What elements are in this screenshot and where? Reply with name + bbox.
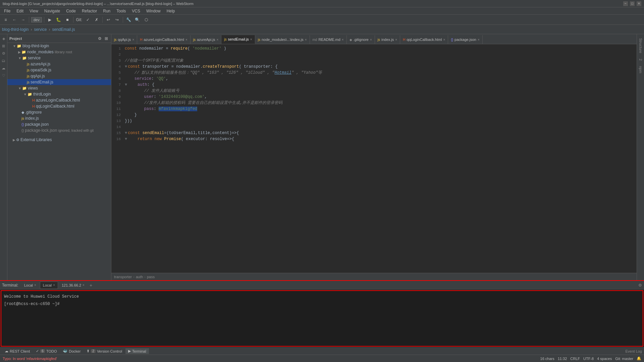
menu-refactor[interactable]: Refactor <box>79 8 100 14</box>
tab-close-nodemodules-index[interactable]: × <box>305 38 307 42</box>
terminal-tab-local2[interactable]: Local × <box>40 282 58 289</box>
tree-item-package-lock[interactable]: ▶ {} package-lock.json ignored, tracked … <box>7 127 111 133</box>
terminal-tab-close-local2[interactable]: × <box>53 283 55 287</box>
vtool-btn-4[interactable]: 🗂 <box>1 58 7 64</box>
tree-item-package[interactable]: ▶ {} package.json <box>7 121 111 127</box>
tab-index[interactable]: js index.js × <box>375 35 400 44</box>
tab-close-package[interactable]: × <box>478 38 480 42</box>
vtool-btn-5[interactable]: ☁ <box>1 65 7 71</box>
toolbar-stop-btn[interactable]: ■ <box>64 16 71 23</box>
nav-service[interactable]: service <box>34 27 47 32</box>
vtool-btn-2[interactable]: ⊞ <box>1 43 7 49</box>
toolbar-forward-btn[interactable]: → <box>19 16 27 23</box>
bottom-tool-todo[interactable]: ✓ 6 TODO <box>33 348 59 354</box>
vtool-btn-1[interactable]: ◈ <box>1 36 7 42</box>
tree-item-root[interactable]: ▼ 📁 blog-third-login <box>7 43 111 49</box>
status-notifications[interactable]: 🔔 <box>637 356 641 361</box>
terminal-add-tab-btn[interactable]: + <box>90 283 92 288</box>
status-git[interactable]: Git: master <box>615 357 633 361</box>
status-encoding[interactable]: UTF-8 <box>583 357 594 361</box>
menu-file[interactable]: File <box>1 8 13 14</box>
toolbar-run-btn[interactable]: ▶ <box>46 16 54 23</box>
terminal-tab-close-local1[interactable]: × <box>34 283 36 287</box>
toolbar-x-btn[interactable]: ✗ <box>93 16 100 23</box>
tree-item-thirdLogin[interactable]: ▼ 📁 thirdLogin <box>7 91 111 97</box>
typo-warning[interactable]: Typo: In word 'mfavinkmapkigfed' <box>3 357 57 361</box>
tab-gitignore[interactable]: ◆ .gitignore × <box>347 35 375 44</box>
tree-item-sendEmail[interactable]: ▶ js sendEmail.js <box>7 79 111 85</box>
tree-item-azureLoginCallback[interactable]: ▶ H azureLoginCallback.html <box>7 97 111 103</box>
code-editor[interactable]: 1 const nodemailer = require( 'nodemaile… <box>111 44 637 273</box>
toolbar-project-btn[interactable]: ≡ <box>2 16 9 23</box>
right-panel-npm[interactable]: npm <box>638 63 643 76</box>
bottom-tool-docker[interactable]: 🐳 Docker <box>60 348 83 354</box>
toolbar-redo-btn[interactable]: ↪ <box>113 16 121 23</box>
nav-file[interactable]: sendEmail.js <box>52 27 75 32</box>
bottom-tool-terminal[interactable]: ▶ Terminal <box>125 348 149 354</box>
toolbar-wrench-btn[interactable]: 🔧 <box>125 16 132 23</box>
menu-run[interactable]: Run <box>100 8 113 14</box>
tab-azureapi[interactable]: js azureApi.js × <box>191 35 222 44</box>
vtool-btn-3[interactable]: ⚙ <box>1 50 7 56</box>
event-log-btn[interactable]: Event Log <box>625 349 642 353</box>
tab-azurelogincallback[interactable]: H azureLoginCallback.html × <box>137 35 191 44</box>
breadcrumb-auth[interactable]: auth <box>136 275 143 279</box>
tab-close-sendemail[interactable]: × <box>250 38 252 41</box>
toolbar-debug-btn[interactable]: 🐛 <box>55 16 62 23</box>
toolbar-git-btn[interactable]: Git: <box>75 16 83 23</box>
menu-window[interactable]: Window <box>144 8 163 14</box>
breadcrumb-pass[interactable]: pass <box>147 275 155 279</box>
menu-edit[interactable]: Edit <box>14 8 26 14</box>
menu-help[interactable]: Help <box>164 8 178 14</box>
menu-navigate[interactable]: Navigate <box>42 8 63 14</box>
vtool-btn-6[interactable]: ♡ <box>1 72 7 78</box>
terminal-settings-btn[interactable]: ⚙ <box>638 283 642 288</box>
toolbar-external-btn[interactable]: ⬡ <box>143 16 150 23</box>
tab-close-qqlogincallback[interactable]: × <box>443 38 445 42</box>
tree-item-azureApi[interactable]: ▶ js azureApi.js <box>7 61 111 67</box>
tree-item-views[interactable]: ▼ 📁 views <box>7 85 111 91</box>
tree-item-opeaiSdk[interactable]: ▶ js opeaiSdk.js <box>7 67 111 73</box>
tab-package[interactable]: {} package.json × <box>448 35 482 44</box>
sidebar-settings-btn[interactable]: ⚙ <box>97 36 102 41</box>
tab-qqapi[interactable]: js qqApi.js × <box>111 35 137 44</box>
menu-vcs[interactable]: VCS <box>129 8 143 14</box>
tree-item-node-modules[interactable]: ▶ 📁 node_modules library root <box>7 49 111 55</box>
right-panel-2[interactable]: 2 <box>638 56 643 63</box>
tab-close-qqapi[interactable]: × <box>132 38 134 42</box>
terminal-content[interactable]: Welcome to Huawei Cloud Service [root@hc… <box>1 290 643 347</box>
tab-nodemodules-index[interactable]: js node_modules\...\index.js × <box>255 35 310 44</box>
tree-item-qqLoginCallback[interactable]: ▶ H qqLoginCallback.html <box>7 103 111 109</box>
right-panel-structure[interactable]: Structure <box>638 36 643 56</box>
tab-qqlogincallback[interactable]: H qqLoginCallback.html × <box>400 35 448 44</box>
toolbar-undo-btn[interactable]: ↩ <box>105 16 112 23</box>
tree-item-service[interactable]: ▼ 📁 service <box>7 55 111 61</box>
tab-readme[interactable]: md README.md × <box>310 35 347 44</box>
terminal-tab-local1[interactable]: Local × <box>21 282 39 289</box>
sidebar-layout-btn[interactable]: ⊞ <box>104 36 109 41</box>
tab-close-azurelogincallback[interactable]: × <box>185 38 187 42</box>
status-line-ending[interactable]: CRLF <box>570 357 580 361</box>
nav-project[interactable]: blog-third-login <box>2 27 29 32</box>
breadcrumb-transporter[interactable]: transporter <box>114 275 132 279</box>
terminal-tab-remote[interactable]: 121.36.66.2 × <box>59 282 88 289</box>
minimize-button[interactable]: − <box>623 1 628 6</box>
tab-sendemail[interactable]: js sendEmail.js × <box>221 35 255 44</box>
tab-close-azureapi[interactable]: × <box>216 38 218 42</box>
tree-item-gitignore[interactable]: ▶ ◆ .gitignore <box>7 109 111 115</box>
toolbar-check-btn[interactable]: ✓ <box>84 16 92 23</box>
toolbar-branch[interactable]: dev <box>31 17 42 22</box>
tree-item-external-libraries[interactable]: ▶ ⚙ External Libraries <box>7 137 111 143</box>
bottom-tool-version-control[interactable]: ⬆ 2 Version Control <box>84 348 125 354</box>
bottom-tool-rest-client[interactable]: ☁ REST Client <box>2 348 33 354</box>
status-indent[interactable]: 4 spaces <box>597 357 612 361</box>
terminal-tab-close-remote[interactable]: × <box>83 283 85 287</box>
toolbar-back-btn[interactable]: ← <box>11 16 18 23</box>
maximize-button[interactable]: □ <box>630 1 635 6</box>
tree-item-qqApi[interactable]: ▶ js qqApi.js <box>7 73 111 79</box>
menu-tools[interactable]: Tools <box>114 8 128 14</box>
tab-close-readme[interactable]: × <box>342 38 344 42</box>
menu-view[interactable]: View <box>27 8 41 14</box>
tab-close-index[interactable]: × <box>395 38 397 42</box>
toolbar-search-btn[interactable]: 🔍 <box>134 16 141 23</box>
